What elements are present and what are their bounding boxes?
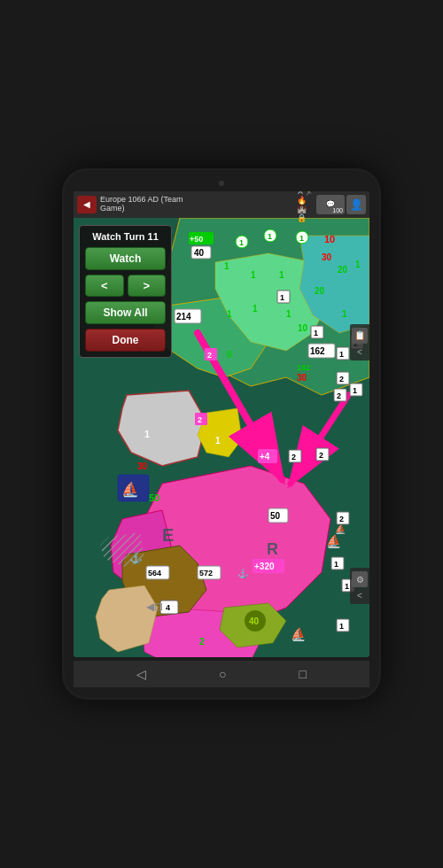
svg-text:10: 10	[298, 323, 308, 333]
svg-text:⛵: ⛵	[121, 481, 139, 498]
back-nav-button[interactable]: ◁	[136, 667, 146, 681]
tablet-device: ◀ Europe 1066 AD (Team Game) ⚔🏃🔥🏰🔒 💬 100…	[62, 168, 381, 700]
back-button[interactable]: ◀	[77, 196, 97, 213]
svg-text:162: 162	[297, 363, 310, 372]
svg-text:◀⊡: ◀⊡	[146, 601, 163, 613]
svg-text:40: 40	[194, 248, 205, 258]
watch-panel: Watch Turn 11 Watch < > Show All Done	[79, 225, 172, 358]
svg-text:30: 30	[322, 252, 332, 262]
nav-row: < >	[85, 275, 166, 297]
screen: ◀ Europe 1066 AD (Team Game) ⚔🏃🔥🏰🔒 💬 100…	[74, 191, 369, 657]
svg-text:⚓: ⚓	[237, 568, 249, 579]
svg-text:162: 162	[310, 346, 325, 356]
svg-text:⛵: ⛵	[291, 627, 307, 642]
svg-text:1: 1	[314, 329, 318, 337]
svg-text:⛵: ⛵	[335, 523, 346, 535]
svg-text:30: 30	[137, 461, 148, 471]
svg-text:4: 4	[166, 603, 170, 612]
svg-text:30: 30	[297, 373, 307, 383]
svg-text:1: 1	[239, 238, 244, 247]
svg-text:0: 0	[227, 350, 232, 360]
svg-text:2: 2	[291, 453, 296, 461]
svg-text:1: 1	[144, 429, 150, 439]
svg-text:20: 20	[315, 286, 325, 296]
settings-icon[interactable]: ⚙	[352, 571, 368, 587]
combat-icons: ⚔🏃🔥🏰🔒	[297, 197, 315, 213]
done-button[interactable]: Done	[85, 329, 166, 352]
svg-text:2: 2	[339, 515, 344, 523]
svg-text:1: 1	[251, 270, 256, 280]
svg-text:⚓: ⚓	[129, 551, 143, 564]
svg-marker-10	[96, 585, 158, 652]
svg-text:2: 2	[207, 351, 212, 360]
svg-text:40: 40	[249, 616, 260, 626]
svg-text:2: 2	[337, 391, 341, 400]
map-area: ⛵ ⛵ ⛵ ⛵ +50	[74, 218, 369, 657]
chat-count: 100	[332, 207, 343, 213]
person-icon: 👤	[350, 198, 363, 211]
svg-text:1: 1	[334, 560, 338, 569]
show-all-button[interactable]: Show All	[85, 301, 166, 324]
svg-text:2: 2	[319, 451, 323, 460]
svg-text:1: 1	[215, 436, 221, 446]
svg-text:+50: +50	[190, 235, 203, 244]
nav-bar: ◁ ○ □	[74, 661, 369, 687]
top-icons: ⚔🏃🔥🏰🔒 💬 100 👤	[297, 195, 366, 214]
next-button[interactable]: >	[128, 275, 167, 297]
svg-text:2: 2	[199, 636, 205, 647]
game-title-line2: Game)	[100, 205, 293, 213]
watch-button[interactable]: Watch	[85, 247, 166, 270]
recent-nav-button[interactable]: □	[299, 667, 307, 681]
svg-text:R: R	[267, 540, 278, 558]
game-title: Europe 1066 AD (Team Game)	[100, 196, 293, 213]
camera	[219, 181, 224, 186]
home-nav-button[interactable]: ○	[219, 667, 226, 681]
right-sidebar-bottom: ⚙ <	[350, 568, 369, 604]
svg-text:1: 1	[280, 293, 284, 302]
svg-text:572: 572	[199, 569, 213, 577]
svg-text:1: 1	[299, 234, 304, 243]
svg-text:+4: +4	[260, 452, 270, 461]
svg-text:10: 10	[324, 234, 335, 244]
sidebar-collapse-icon[interactable]: <	[357, 347, 362, 357]
svg-text:⛵: ⛵	[326, 534, 342, 549]
svg-text:1: 1	[268, 232, 272, 241]
svg-text:1: 1	[355, 260, 361, 269]
svg-text:A: A	[330, 477, 339, 491]
svg-text:50: 50	[270, 511, 281, 521]
sidebar-expand-icon[interactable]: <	[357, 591, 362, 601]
svg-text:1: 1	[224, 261, 229, 271]
svg-text:1: 1	[342, 309, 347, 319]
svg-text:214: 214	[176, 312, 191, 322]
svg-text:1: 1	[339, 622, 344, 631]
watch-turn-title: Watch Turn 11	[85, 231, 166, 242]
svg-text:50: 50	[149, 492, 159, 503]
svg-text:1: 1	[253, 304, 258, 314]
chat-button[interactable]: 💬 100	[316, 195, 345, 214]
svg-text:20: 20	[338, 265, 348, 275]
right-sidebar: 📋 <	[350, 324, 369, 360]
top-bar: ◀ Europe 1066 AD (Team Game) ⚔🏃🔥🏰🔒 💬 100…	[74, 191, 369, 218]
svg-text:1: 1	[339, 350, 344, 359]
svg-text:+320: +320	[254, 562, 275, 571]
back-icon: ◀	[83, 199, 90, 209]
game-title-line1: Europe 1066 AD (Team	[100, 196, 293, 205]
profile-button[interactable]: 👤	[346, 195, 366, 214]
svg-text:1: 1	[345, 582, 349, 591]
svg-text:2: 2	[198, 415, 202, 424]
svg-text:1: 1	[227, 309, 232, 319]
svg-text:1: 1	[279, 270, 284, 280]
clipboard-icon[interactable]: 📋	[352, 328, 368, 344]
prev-button[interactable]: <	[85, 275, 124, 297]
svg-text:1: 1	[353, 386, 357, 395]
svg-text:1: 1	[286, 309, 291, 319]
svg-text:564: 564	[148, 569, 161, 577]
svg-text:2: 2	[339, 375, 344, 384]
svg-text:E: E	[162, 525, 174, 545]
